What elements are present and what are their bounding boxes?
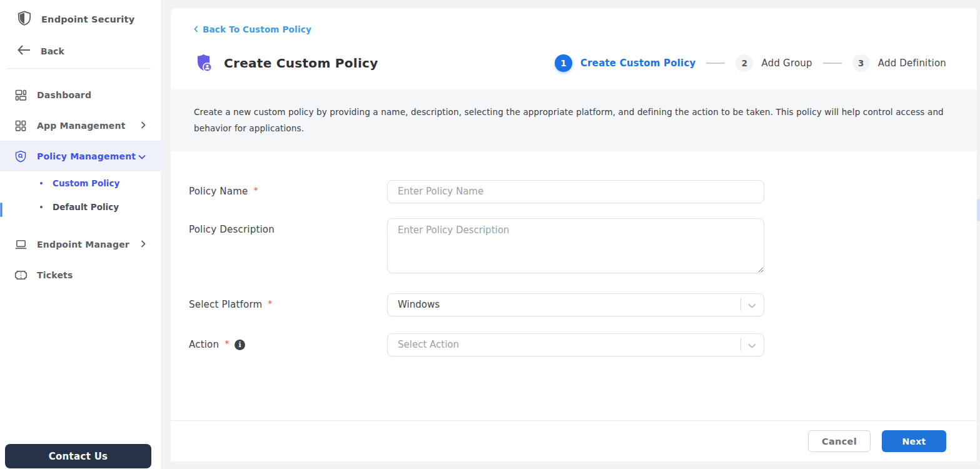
action-select[interactable]: Select Action: [387, 333, 764, 356]
chevron-down-icon: [748, 299, 756, 311]
subitem-label: Custom Policy: [53, 178, 119, 188]
platform-row: Select Platform * Windows: [189, 293, 977, 316]
platform-label: Select Platform: [189, 299, 262, 310]
sidebar-item-label: App Management: [37, 121, 141, 131]
arrow-left-icon: [18, 45, 31, 58]
platform-selected-value: Windows: [398, 299, 740, 310]
back-label: Back: [41, 46, 64, 56]
policy-user-icon: [194, 53, 215, 73]
page-header: Create Custom Policy 1 Create Custom Pol…: [194, 50, 946, 76]
wizard-stepper: 1 Create Custom Policy 2 Add Group 3 Add…: [555, 54, 946, 72]
form-footer: Cancel Next: [171, 420, 977, 461]
chevron-down-icon: [748, 339, 756, 351]
sidebar-menu: Dashboard App Management: [0, 79, 161, 290]
select-divider: [740, 298, 741, 311]
sidebar-item-policy-management[interactable]: Policy Management: [0, 141, 161, 171]
page-title: Create Custom Policy: [224, 56, 378, 71]
apps-grid-icon: [14, 119, 28, 132]
step-label: Create Custom Policy: [580, 58, 695, 69]
back-to-custom-policy-link[interactable]: Back To Custom Policy: [194, 23, 311, 35]
step-number: 2: [735, 54, 753, 72]
sidebar-item-tickets[interactable]: Tickets: [0, 260, 161, 290]
platform-select[interactable]: Windows: [387, 293, 764, 316]
required-marker: *: [268, 298, 272, 308]
ticket-icon: [14, 270, 28, 281]
action-row: Action * i Select Action: [189, 333, 977, 356]
sidebar-item-label: Policy Management: [37, 151, 138, 161]
sidebar-divider: [8, 68, 151, 69]
step-connector: [706, 63, 725, 64]
laptop-icon: [14, 238, 28, 251]
step-label: Add Group: [761, 58, 812, 69]
intro-description: Create a new custom policy by providing …: [171, 89, 977, 151]
policy-description-textarea[interactable]: [387, 218, 764, 273]
chevron-right-icon: [141, 238, 146, 250]
bullet-icon: [40, 182, 43, 184]
sidebar-item-app-management[interactable]: App Management: [0, 110, 161, 141]
required-marker: *: [225, 338, 229, 348]
sidebar-item-label: Dashboard: [37, 90, 146, 100]
left-scrollbar-thumb[interactable]: [0, 203, 3, 217]
step-connector: [823, 63, 842, 64]
chevron-left-icon: [194, 23, 198, 35]
contact-us-button[interactable]: Contact Us: [5, 444, 151, 468]
sidebar: Endpoint Security Back Dashboard: [0, 0, 161, 469]
sidebar-back-button[interactable]: Back: [0, 28, 161, 58]
select-divider: [740, 338, 741, 351]
policy-description-label: Policy Description: [189, 224, 275, 235]
policy-shield-search-icon: [14, 149, 28, 163]
policy-name-input[interactable]: [387, 180, 764, 203]
policy-name-row: Policy Name *: [189, 180, 977, 203]
step-number: 1: [555, 54, 572, 72]
brand-label: Endpoint Security: [41, 14, 134, 24]
subitem-label: Default Policy: [53, 202, 119, 212]
chevron-right-icon: [141, 119, 146, 131]
dashboard-icon: [14, 89, 28, 101]
required-marker: *: [253, 185, 258, 195]
sidebar-subitem-default-policy[interactable]: Default Policy: [0, 195, 161, 219]
action-label: Action: [189, 339, 219, 350]
sidebar-item-label: Endpoint Manager: [37, 240, 141, 250]
back-link-label: Back To Custom Policy: [203, 24, 311, 34]
sidebar-item-label: Tickets: [37, 270, 146, 280]
policy-form: Policy Name * Policy Description Select …: [171, 151, 977, 356]
brand: Endpoint Security: [0, 0, 161, 28]
next-button[interactable]: Next: [882, 430, 946, 452]
cancel-button[interactable]: Cancel: [808, 430, 871, 452]
policy-name-label: Policy Name: [189, 186, 248, 197]
action-placeholder-value: Select Action: [398, 339, 740, 350]
sidebar-item-dashboard[interactable]: Dashboard: [0, 79, 161, 110]
step-add-definition[interactable]: 3 Add Definition: [852, 54, 946, 72]
info-icon[interactable]: i: [235, 340, 245, 350]
step-add-group[interactable]: 2 Add Group: [735, 54, 812, 72]
menu-gap: [0, 219, 161, 229]
shield-icon: [18, 11, 31, 28]
step-number: 3: [852, 54, 870, 72]
step-label: Add Definition: [878, 58, 946, 69]
sidebar-item-endpoint-manager[interactable]: Endpoint Manager: [0, 229, 161, 260]
sidebar-subitem-custom-policy[interactable]: Custom Policy: [0, 171, 161, 195]
main-content-card: Back To Custom Policy Create Custom Poli…: [171, 8, 977, 461]
right-scrollbar-thumb[interactable]: [977, 199, 980, 221]
bullet-icon: [40, 206, 43, 208]
chevron-down-icon: [138, 150, 146, 162]
policy-description-row: Policy Description: [189, 218, 977, 276]
step-create-custom-policy[interactable]: 1 Create Custom Policy: [555, 54, 695, 72]
